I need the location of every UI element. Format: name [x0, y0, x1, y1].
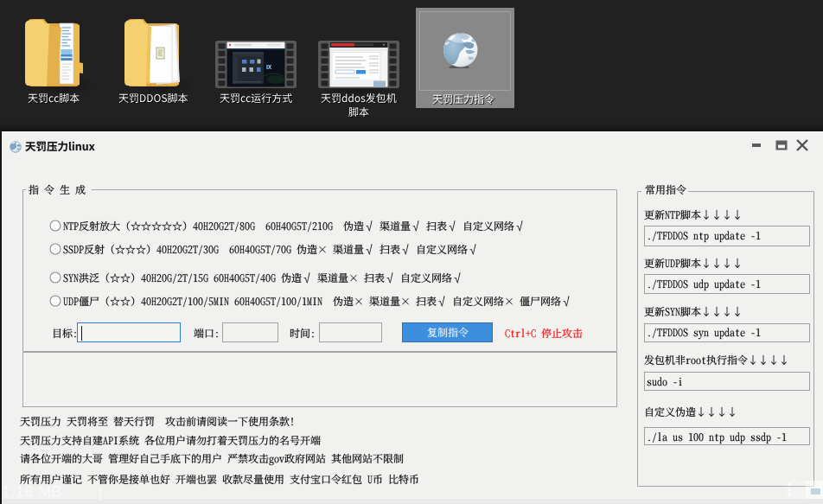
svg-text:IX: IX [266, 64, 272, 70]
